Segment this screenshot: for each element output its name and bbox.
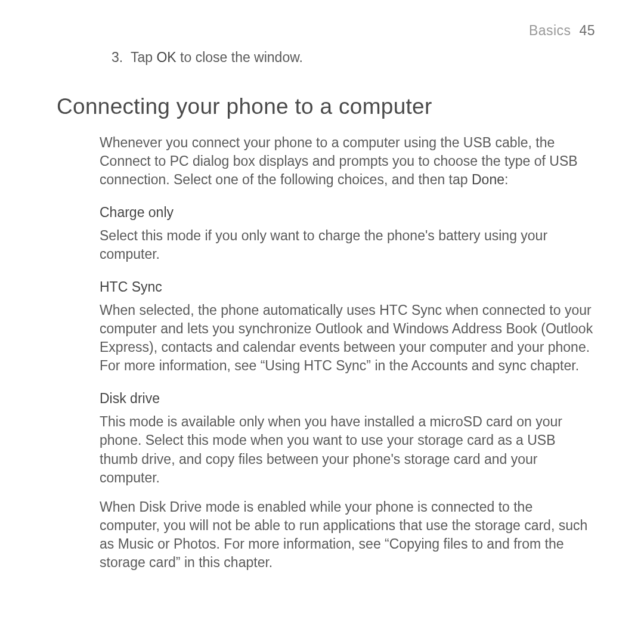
header-section: Basics (529, 23, 571, 38)
para-htc-sync: When selected, the phone automatically u… (100, 301, 595, 375)
running-header: Basics 45 (57, 23, 595, 39)
section-htc-sync: HTC Sync When selected, the phone automa… (100, 279, 595, 375)
para-disk-drive-2: When Disk Drive mode is enabled while yo… (100, 498, 595, 572)
section-title: Connecting your phone to a computer (57, 94, 595, 119)
step-number: 3. (112, 49, 127, 66)
header-page-number: 45 (579, 23, 595, 38)
intro-bold: Done (472, 172, 504, 187)
intro-paragraph: Whenever you connect your phone to a com… (100, 134, 595, 189)
heading-disk-drive: Disk drive (100, 391, 595, 407)
para-disk-drive-1: This mode is available only when you hav… (100, 413, 595, 487)
body-content: Whenever you connect your phone to a com… (100, 134, 595, 572)
intro-post: : (504, 172, 508, 187)
step-text-bold: OK (156, 49, 176, 65)
heading-htc-sync: HTC Sync (100, 279, 595, 295)
section-charge-only: Charge only Select this mode if you only… (100, 205, 595, 264)
page: Basics 45 3. Tap OK to close the window.… (0, 0, 644, 644)
para-charge-only: Select this mode if you only want to cha… (100, 227, 595, 264)
step-text-pre: Tap (131, 49, 156, 65)
step-text-post: to close the window. (177, 49, 303, 65)
step-3-line: 3. Tap OK to close the window. (112, 49, 595, 66)
section-disk-drive: Disk drive This mode is available only w… (100, 391, 595, 571)
heading-charge-only: Charge only (100, 205, 595, 221)
